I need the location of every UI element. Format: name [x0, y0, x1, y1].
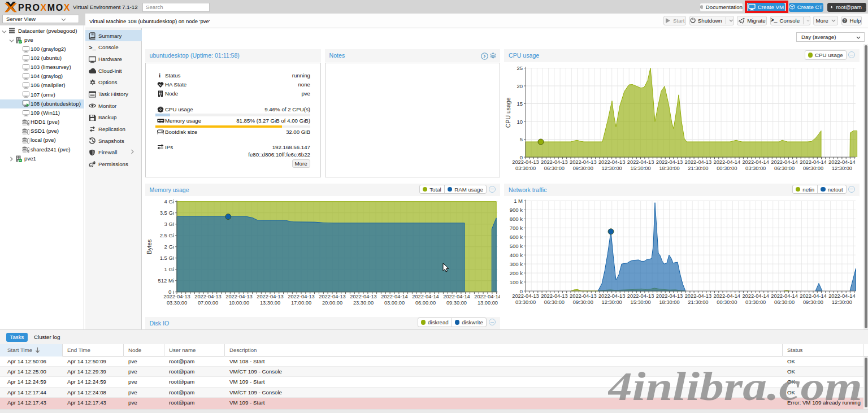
svg-text:?: ? [844, 19, 846, 23]
svg-text:06:30:00: 06:30:00 [544, 299, 565, 305]
svg-text:1 M: 1 M [514, 198, 523, 204]
svg-text:1 Gi: 1 Gi [164, 267, 173, 273]
svg-text:Bytes: Bytes [146, 240, 153, 254]
svg-text:12:30:00: 12:30:00 [832, 165, 852, 171]
svg-text:03:30:00: 03:30:00 [515, 299, 536, 305]
svg-text:13:00:00: 13:00:00 [477, 301, 497, 306]
svg-text:4inlibra.com: 4inlibra.com [608, 366, 862, 409]
svg-text:17:00:00: 17:00:00 [290, 301, 311, 306]
svg-text:25: 25 [517, 65, 523, 71]
svg-text:2022-04-13: 2022-04-13 [350, 294, 376, 300]
svg-text:03:30:00: 03:30:00 [745, 165, 766, 171]
svg-text:12:30:00: 12:30:00 [602, 299, 622, 305]
svg-text:21:30:00: 21:30:00 [688, 299, 708, 305]
svg-text:2022-04-13: 2022-04-13 [194, 294, 221, 300]
svg-text:09:30:00: 09:30:00 [446, 301, 466, 306]
svg-text:100 k: 100 k [510, 279, 523, 285]
svg-text:2022-04-13: 2022-04-13 [288, 294, 314, 300]
svg-text:2022-04-14: 2022-04-14 [800, 293, 826, 299]
svg-text:15: 15 [517, 101, 523, 107]
svg-text:2022-04-13: 2022-04-13 [627, 293, 654, 299]
svg-text:3 Gi: 3 Gi [164, 221, 173, 228]
svg-text:2022-04-13: 2022-04-13 [225, 294, 252, 300]
svg-text:18:30:00: 18:30:00 [659, 299, 679, 305]
svg-text:12:30:00: 12:30:00 [602, 165, 622, 171]
svg-text:2022-04-13: 2022-04-13 [627, 159, 654, 164]
svg-text:21:30:00: 21:30:00 [688, 165, 708, 171]
svg-text:i: i [159, 72, 160, 79]
svg-text:2022-04-14: 2022-04-14 [381, 294, 407, 300]
svg-text:5: 5 [520, 136, 523, 142]
svg-text:2022-04-14: 2022-04-14 [771, 293, 797, 299]
svg-text:800 k: 800 k [510, 216, 523, 222]
svg-text:2022-04-14: 2022-04-14 [742, 293, 769, 299]
svg-text:200 k: 200 k [510, 270, 523, 276]
svg-text:500 k: 500 k [510, 243, 523, 249]
svg-text:09:30:00: 09:30:00 [573, 299, 593, 305]
svg-text:12:30:00: 12:30:00 [832, 299, 852, 305]
svg-text:4 Gi: 4 Gi [164, 199, 173, 205]
svg-text:2.5 Gi: 2.5 Gi [159, 233, 173, 239]
svg-text:00:30:00: 00:30:00 [717, 165, 737, 171]
svg-text:20:00:00: 20:00:00 [322, 301, 342, 306]
svg-text:2022-04-14: 2022-04-14 [412, 294, 439, 300]
svg-text:2022-04-13: 2022-04-13 [163, 294, 190, 300]
svg-text:06:30:00: 06:30:00 [774, 299, 795, 305]
svg-text:2022-04-13: 2022-04-13 [656, 293, 683, 299]
svg-text:06:30:00: 06:30:00 [774, 165, 795, 171]
svg-text:2022-04-13: 2022-04-13 [656, 159, 683, 164]
svg-text:2022-04-14: 2022-04-14 [828, 159, 856, 164]
svg-text:13:30:00: 13:30:00 [259, 301, 280, 306]
svg-text:06:30:00: 06:30:00 [544, 165, 565, 171]
svg-text:09:30:00: 09:30:00 [573, 165, 593, 171]
svg-text:23:30:00: 23:30:00 [353, 301, 373, 306]
svg-text:2022-04-14: 2022-04-14 [828, 293, 855, 299]
svg-text:18:30:00: 18:30:00 [659, 165, 679, 171]
svg-text:400 k: 400 k [510, 252, 523, 258]
svg-text:09:30:00: 09:30:00 [803, 165, 823, 171]
svg-text:09:30:00: 09:30:00 [803, 299, 823, 305]
svg-text:600 k: 600 k [510, 234, 523, 240]
svg-text:2022-04-13: 2022-04-13 [541, 159, 568, 164]
svg-text:300 k: 300 k [510, 261, 523, 267]
svg-text:2022-04-13: 2022-04-13 [512, 159, 539, 164]
svg-text:06:00:00: 06:00:00 [415, 301, 435, 306]
svg-text:512 Mi: 512 Mi [158, 278, 173, 284]
svg-text:2022-04-13: 2022-04-13 [570, 293, 596, 299]
svg-text:15:30:00: 15:30:00 [630, 165, 650, 171]
svg-text:03:30:00: 03:30:00 [515, 165, 536, 171]
svg-text:2022-04-13: 2022-04-13 [319, 294, 345, 300]
svg-text:2022-04-13: 2022-04-13 [512, 293, 539, 299]
svg-text:15:30:00: 15:30:00 [631, 299, 651, 305]
svg-text:2022-04-13: 2022-04-13 [598, 293, 625, 299]
svg-text:2022-04-14: 2022-04-14 [771, 159, 798, 164]
svg-text:2022-04-13: 2022-04-13 [541, 293, 567, 299]
svg-text:>_: >_ [89, 45, 96, 51]
svg-text:CPU usage: CPU usage [505, 97, 511, 128]
svg-text:03:00:00: 03:00:00 [384, 301, 404, 306]
svg-text:20: 20 [517, 82, 523, 89]
svg-text:07:00:00: 07:00:00 [197, 301, 218, 306]
svg-text:1.5 Gi: 1.5 Gi [159, 255, 173, 262]
svg-text:2022-04-14: 2022-04-14 [800, 159, 827, 164]
svg-text:10:00:00: 10:00:00 [228, 301, 249, 306]
svg-text:03:30:00: 03:30:00 [745, 299, 766, 305]
svg-text:03:30:00: 03:30:00 [166, 301, 186, 306]
svg-text:2022-04-14: 2022-04-14 [714, 159, 741, 164]
svg-text:2022-04-13: 2022-04-13 [685, 159, 712, 164]
svg-text:700 k: 700 k [510, 225, 523, 231]
svg-text:2022-04-14: 2022-04-14 [474, 294, 500, 300]
svg-text:2022-04-13: 2022-04-13 [570, 159, 597, 164]
svg-text:3.5 Gi: 3.5 Gi [159, 210, 173, 216]
svg-text:2022-04-13: 2022-04-13 [598, 159, 626, 164]
svg-text:2022-04-14: 2022-04-14 [714, 293, 740, 299]
svg-text:900 k: 900 k [510, 207, 523, 213]
svg-text:10: 10 [517, 118, 523, 124]
svg-text:2022-04-13: 2022-04-13 [257, 294, 283, 300]
svg-text:2022-04-13: 2022-04-13 [685, 293, 711, 299]
svg-text:2022-04-14: 2022-04-14 [443, 294, 470, 300]
svg-text:00:30:00: 00:30:00 [717, 299, 737, 305]
svg-text:2022-04-14: 2022-04-14 [742, 159, 769, 164]
svg-text:2 Gi: 2 Gi [164, 244, 173, 250]
